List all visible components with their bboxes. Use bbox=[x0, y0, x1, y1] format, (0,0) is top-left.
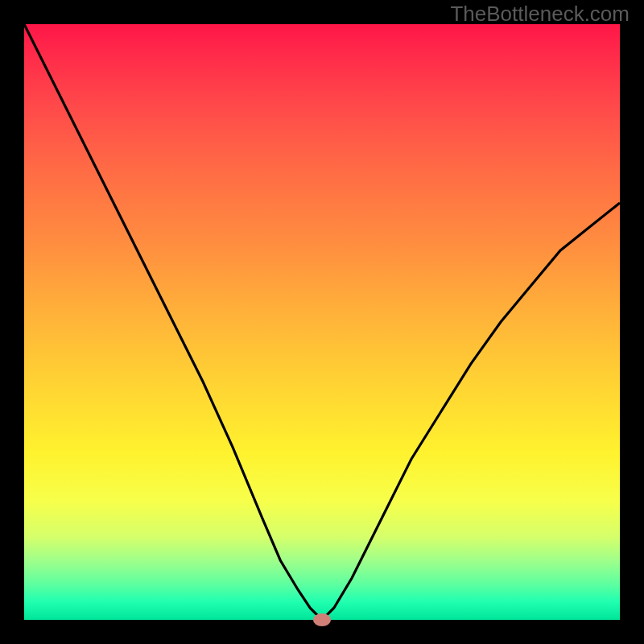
watermark-text: TheBottleneck.com bbox=[450, 2, 630, 27]
chart-container: TheBottleneck.com bbox=[0, 0, 644, 644]
curve-svg bbox=[24, 24, 620, 620]
minimum-marker bbox=[313, 613, 331, 626]
plot-area bbox=[24, 24, 620, 620]
bottleneck-curve bbox=[24, 24, 620, 620]
